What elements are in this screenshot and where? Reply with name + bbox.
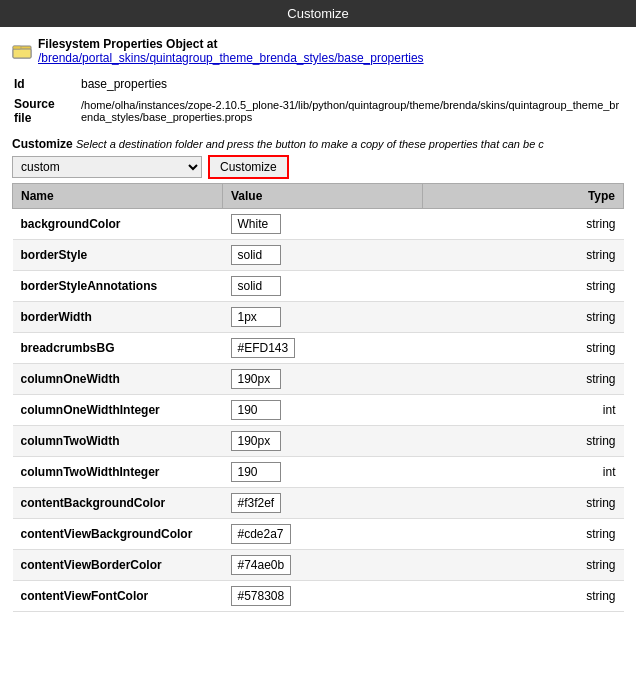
prop-type: string — [423, 581, 624, 612]
prop-name: borderStyleAnnotations — [13, 271, 223, 302]
title-bar: Customize — [0, 0, 636, 27]
prop-type: string — [423, 550, 624, 581]
table-row: borderWidth1pxstring — [13, 302, 624, 333]
prop-value: #cde2a7 — [223, 519, 423, 550]
table-row: columnOneWidth190pxstring — [13, 364, 624, 395]
prop-name: backgroundColor — [13, 209, 223, 240]
title-bar-label: Customize — [287, 6, 348, 21]
prop-name: contentViewBackgroundColor — [13, 519, 223, 550]
value-box: #f3f2ef — [231, 493, 282, 513]
table-row: contentViewBorderColor#74ae0bstring — [13, 550, 624, 581]
value-box: #cde2a7 — [231, 524, 291, 544]
value-box: 190 — [231, 400, 281, 420]
prop-name: columnOneWidth — [13, 364, 223, 395]
value-box: #74ae0b — [231, 555, 292, 575]
svg-rect-2 — [13, 46, 21, 49]
fs-header: Filesystem Properties Object at /brenda/… — [12, 37, 624, 65]
prop-type: string — [423, 364, 624, 395]
table-row: borderStylesolidstring — [13, 240, 624, 271]
prop-name: borderStyle — [13, 240, 223, 271]
value-box: #EFD143 — [231, 338, 296, 358]
prop-name: contentBackgroundColor — [13, 488, 223, 519]
prop-value: 190px — [223, 426, 423, 457]
prop-type: string — [423, 302, 624, 333]
customize-desc: Select a destination folder and press th… — [76, 138, 544, 150]
table-row: backgroundColorWhitestring — [13, 209, 624, 240]
table-row: contentBackgroundColor#f3f2efstring — [13, 488, 624, 519]
svg-rect-1 — [13, 49, 31, 58]
prop-value: 190px — [223, 364, 423, 395]
source-value: /home/olha/instances/zope-2.10.5_plone-3… — [81, 95, 622, 127]
prop-type: string — [423, 519, 624, 550]
id-label: Id — [14, 75, 79, 93]
table-row: contentViewBackgroundColor#cde2a7string — [13, 519, 624, 550]
value-box: 1px — [231, 307, 281, 327]
prop-value: solid — [223, 271, 423, 302]
prop-type: string — [423, 209, 624, 240]
col-header-name: Name — [13, 184, 223, 209]
prop-name: contentViewFontColor — [13, 581, 223, 612]
customize-controls: custom Customize — [12, 155, 624, 179]
filesystem-icon — [12, 41, 32, 61]
value-box: 190 — [231, 462, 281, 482]
prop-type: string — [423, 488, 624, 519]
prop-value: #EFD143 — [223, 333, 423, 364]
prop-name: borderWidth — [13, 302, 223, 333]
meta-table: Id base_properties Source file /home/olh… — [12, 73, 624, 129]
fs-link[interactable]: /brenda/portal_skins/quintagroup_theme_b… — [38, 51, 424, 65]
prop-type: string — [423, 240, 624, 271]
properties-table: Name Value Type backgroundColorWhitestri… — [12, 183, 624, 612]
customize-row: Customize Select a destination folder an… — [12, 137, 624, 151]
customize-button[interactable]: Customize — [208, 155, 289, 179]
prop-type: string — [423, 271, 624, 302]
prop-type: int — [423, 457, 624, 488]
prop-value: solid — [223, 240, 423, 271]
value-box: White — [231, 214, 281, 234]
folder-select[interactable]: custom — [12, 156, 202, 178]
prop-type: string — [423, 333, 624, 364]
prop-value: 1px — [223, 302, 423, 333]
table-row: breadcrumbsBG#EFD143string — [13, 333, 624, 364]
fs-prefix: Filesystem Properties Object at — [38, 37, 217, 51]
table-row: borderStyleAnnotationssolidstring — [13, 271, 624, 302]
prop-value: 190 — [223, 395, 423, 426]
prop-value: #578308 — [223, 581, 423, 612]
value-box: solid — [231, 276, 281, 296]
source-label: Source file — [14, 95, 79, 127]
prop-name: breadcrumbsBG — [13, 333, 223, 364]
col-header-type: Type — [423, 184, 624, 209]
prop-value: 190 — [223, 457, 423, 488]
prop-value: #f3f2ef — [223, 488, 423, 519]
value-box: #578308 — [231, 586, 292, 606]
customize-label: Customize — [12, 137, 73, 151]
prop-name: columnTwoWidthInteger — [13, 457, 223, 488]
value-box: 190px — [231, 431, 281, 451]
prop-name: columnOneWidthInteger — [13, 395, 223, 426]
table-row: columnTwoWidth190pxstring — [13, 426, 624, 457]
table-row: columnTwoWidthInteger190int — [13, 457, 624, 488]
table-header-row: Name Value Type — [13, 184, 624, 209]
value-box: 190px — [231, 369, 281, 389]
prop-type: string — [423, 426, 624, 457]
value-box: solid — [231, 245, 281, 265]
id-value: base_properties — [81, 75, 622, 93]
col-header-value: Value — [223, 184, 423, 209]
prop-name: columnTwoWidth — [13, 426, 223, 457]
prop-type: int — [423, 395, 624, 426]
prop-name: contentViewBorderColor — [13, 550, 223, 581]
table-row: contentViewFontColor#578308string — [13, 581, 624, 612]
prop-value: White — [223, 209, 423, 240]
prop-value: #74ae0b — [223, 550, 423, 581]
table-row: columnOneWidthInteger190int — [13, 395, 624, 426]
